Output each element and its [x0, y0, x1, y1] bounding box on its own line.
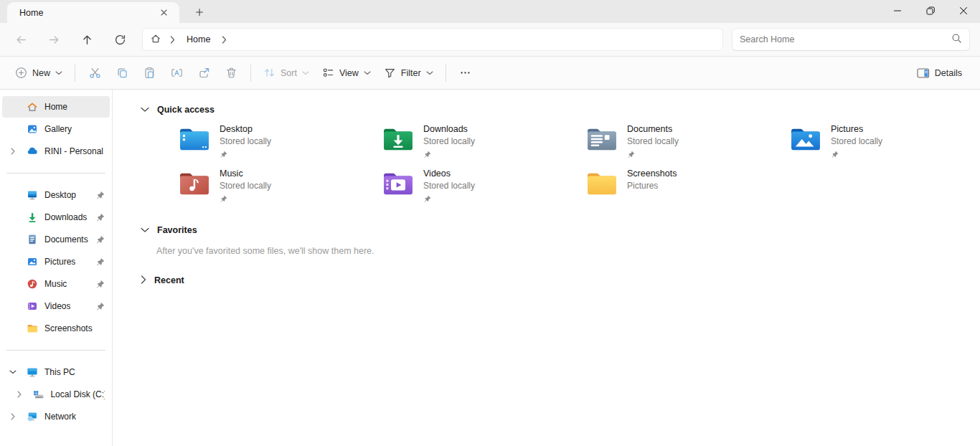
sidebar-item-pictures[interactable]: Pictures	[2, 251, 110, 272]
sidebar-item-desktop[interactable]: Desktop	[2, 184, 110, 206]
toolbar-divider	[250, 65, 251, 82]
tile-desktop[interactable]: Desktop Stored locally	[178, 124, 382, 160]
tile-name: Videos	[423, 169, 475, 179]
sidebar-item-this-pc[interactable]: This PC	[2, 361, 110, 383]
view-button[interactable]: View	[316, 62, 377, 84]
sidebar-item-onedrive[interactable]: RINI - Personal	[2, 141, 110, 162]
section-title: Favorites	[157, 225, 197, 235]
tile-music[interactable]: Music Stored locally	[178, 169, 382, 204]
copy-button[interactable]	[108, 61, 136, 85]
sidebar-item-gallery[interactable]: Gallery	[2, 118, 110, 140]
command-toolbar: New	[0, 56, 980, 90]
tab-home[interactable]: Home	[7, 2, 179, 23]
tile-name: Screenshots	[627, 169, 677, 179]
filter-button-label: Filter	[401, 68, 421, 78]
sidebar-item-screenshots[interactable]: Screenshots	[2, 318, 110, 339]
sidebar-item-videos[interactable]: Videos	[2, 295, 110, 317]
files-view: Quick access Desktop Stored locally	[113, 90, 980, 446]
local-disk-icon	[32, 389, 44, 400]
pin-icon	[95, 235, 105, 245]
section-title: Quick access	[157, 105, 215, 115]
tile-pictures[interactable]: Pictures Stored locally	[789, 124, 980, 160]
minimize-button[interactable]	[881, 0, 914, 22]
chevron-right-icon[interactable]	[217, 36, 231, 44]
folder-icon	[585, 170, 618, 197]
tile-videos[interactable]: Videos Stored locally	[382, 169, 585, 204]
toolbar-divider	[446, 65, 446, 82]
sort-button-label: Sort	[281, 68, 297, 78]
share-button[interactable]	[190, 61, 217, 85]
close-button[interactable]	[947, 0, 980, 22]
documents-icon	[27, 234, 38, 245]
sort-icon	[263, 67, 275, 79]
tile-screenshots[interactable]: Screenshots Pictures	[585, 169, 789, 204]
sidebar-item-home[interactable]: Home	[2, 96, 110, 118]
search-box[interactable]	[732, 28, 970, 51]
sidebar-item-label: Home	[44, 102, 67, 112]
chevron-right-icon[interactable]	[7, 148, 19, 155]
tile-subtitle: Stored locally	[423, 181, 475, 191]
tab-close-icon[interactable]	[155, 4, 172, 22]
sidebar-item-network[interactable]: Network	[2, 406, 110, 427]
downloads-folder-icon	[382, 125, 415, 153]
navigation-bar: Home	[0, 23, 980, 56]
rename-icon	[171, 67, 183, 79]
tile-documents[interactable]: Documents Stored locally	[585, 124, 789, 160]
search-icon[interactable]	[951, 33, 962, 47]
tile-downloads[interactable]: Downloads Stored locally	[382, 124, 585, 160]
details-pane-icon	[917, 67, 930, 79]
sidebar-item-label: This PC	[44, 367, 75, 377]
pin-icon	[831, 148, 882, 161]
section-recent[interactable]: Recent	[113, 272, 980, 289]
cut-button[interactable]	[81, 61, 108, 85]
sidebar-item-downloads[interactable]: Downloads	[2, 207, 110, 228]
tile-subtitle: Stored locally	[831, 136, 882, 146]
new-button[interactable]: New	[9, 62, 69, 84]
address-bar[interactable]: Home	[142, 28, 723, 51]
copy-icon	[116, 67, 128, 79]
paste-button[interactable]	[136, 61, 163, 85]
videos-icon	[27, 300, 38, 312]
sidebar-item-documents[interactable]: Documents	[2, 229, 110, 250]
section-title: Recent	[154, 275, 184, 285]
sidebar-item-local-disk[interactable]: Local Disk (C:)	[9, 384, 110, 405]
sidebar-item-music[interactable]: Music	[2, 273, 110, 295]
restore-button[interactable]	[914, 0, 947, 22]
new-button-label: New	[32, 68, 50, 78]
sort-button[interactable]: Sort	[257, 62, 316, 84]
refresh-button[interactable]	[103, 27, 136, 52]
back-button[interactable]	[4, 27, 37, 52]
chevron-down-icon[interactable]	[7, 370, 19, 374]
chevron-down-icon[interactable]	[141, 105, 149, 115]
section-quick-access[interactable]: Quick access	[113, 101, 980, 118]
sidebar-item-label: Desktop	[44, 190, 76, 200]
gallery-icon	[27, 123, 38, 135]
tile-subtitle: Pictures	[627, 181, 677, 191]
chevron-right-icon[interactable]	[14, 391, 24, 398]
sidebar-item-label: Music	[44, 279, 67, 289]
navigation-pane: Home Gallery RINI - Personal	[0, 90, 113, 446]
pin-icon	[423, 193, 475, 206]
forward-button[interactable]	[37, 27, 70, 52]
breadcrumb-home[interactable]: Home	[184, 34, 213, 44]
delete-button[interactable]	[217, 61, 245, 85]
chevron-right-icon[interactable]	[141, 275, 146, 286]
chevron-down-icon[interactable]	[141, 225, 149, 235]
section-favorites[interactable]: Favorites	[113, 222, 980, 239]
quick-access-grid: Desktop Stored locally Downl	[178, 124, 980, 204]
chevron-right-icon[interactable]	[7, 413, 19, 420]
search-input[interactable]	[740, 34, 951, 44]
more-options-button[interactable]	[452, 61, 479, 85]
documents-folder-icon	[585, 125, 618, 153]
sidebar-item-label: Network	[44, 412, 76, 422]
titlebar: Home	[0, 0, 980, 23]
new-tab-button[interactable]	[191, 4, 208, 21]
pictures-folder-icon	[789, 125, 822, 153]
rename-button[interactable]	[163, 61, 190, 85]
details-button[interactable]: Details	[910, 62, 969, 84]
tile-subtitle: Stored locally	[423, 136, 475, 146]
share-icon	[198, 67, 210, 79]
up-button[interactable]	[70, 27, 103, 52]
breadcrumb-home-icon[interactable]	[150, 33, 161, 47]
filter-button[interactable]: Filter	[377, 62, 440, 84]
